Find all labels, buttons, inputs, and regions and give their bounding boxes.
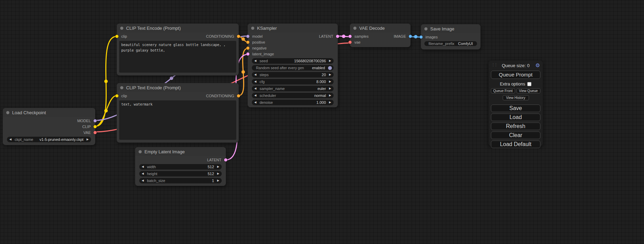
- increment-arrow-icon[interactable]: ▶: [217, 172, 219, 175]
- collapse-toggle-icon[interactable]: [251, 27, 254, 30]
- negative-prompt-textarea[interactable]: text, watermark: [119, 100, 236, 140]
- random-seed-toggle-widget[interactable]: Random seed after every gen enabled: [252, 65, 334, 71]
- wire-negative-conditioning-to-ksampler: [239, 48, 248, 96]
- decrement-arrow-icon[interactable]: ◀: [9, 138, 11, 141]
- batch-size-widget[interactable]: ◀ batch_size 1 ▶: [139, 178, 222, 183]
- collapse-toggle-icon[interactable]: [424, 27, 427, 30]
- decrement-arrow-icon[interactable]: ◀: [142, 179, 144, 182]
- node-title: Empty Latent Image: [144, 149, 185, 154]
- graph-canvas[interactable]: Load Checkpoint MODEL CLIP VAE ◀ ckpt_na…: [0, 0, 644, 244]
- model-input-port[interactable]: [246, 35, 249, 38]
- increment-arrow-icon[interactable]: ▶: [217, 179, 219, 182]
- node-empty-latent-image[interactable]: Empty Latent Image LATENT ◀ width 512 ▶ …: [135, 147, 226, 186]
- negative-input-port[interactable]: [246, 46, 249, 49]
- toggle-knob-icon[interactable]: [328, 66, 332, 70]
- increment-arrow-icon[interactable]: ▶: [329, 73, 331, 76]
- node-title-bar[interactable]: CLIP Text Encode (Prompt): [117, 83, 239, 92]
- model-output-port[interactable]: [94, 119, 97, 122]
- collapse-toggle-icon[interactable]: [120, 27, 123, 30]
- extra-options-row: Extra options: [491, 82, 540, 87]
- decrement-arrow-icon[interactable]: ◀: [254, 60, 256, 62]
- increment-arrow-icon[interactable]: ▶: [217, 165, 219, 168]
- node-title: CLIP Text Encode (Prompt): [126, 26, 181, 31]
- decrement-arrow-icon[interactable]: ◀: [254, 94, 256, 97]
- image-output-port[interactable]: [409, 35, 412, 38]
- drag-handle-icon[interactable]: ⋮⋮: [491, 63, 497, 67]
- node-vae-decode[interactable]: VAE Decode samples IMAGE vae: [350, 24, 411, 47]
- view-history-button[interactable]: View History: [503, 95, 529, 100]
- latent-image-input-port[interactable]: [246, 52, 249, 55]
- increment-arrow-icon[interactable]: ▶: [329, 101, 331, 104]
- link-midpoint-dot: [414, 35, 417, 38]
- slot-row: MODEL: [3, 118, 95, 124]
- images-input-port[interactable]: [420, 35, 423, 38]
- clip-output-port[interactable]: [94, 125, 97, 128]
- samples-input-port[interactable]: [349, 35, 352, 38]
- queue-front-button[interactable]: Queue Front: [491, 88, 515, 93]
- negative-input-label: negative: [252, 46, 267, 50]
- clear-button[interactable]: Clear: [491, 132, 540, 139]
- node-title-bar[interactable]: CLIP Text Encode (Prompt): [117, 24, 239, 33]
- collapse-toggle-icon[interactable]: [120, 86, 123, 89]
- clip-input-port[interactable]: [115, 35, 118, 38]
- positive-input-port[interactable]: [246, 40, 249, 44]
- sampler-name-widget[interactable]: ◀ sampler_name euler ▶: [252, 86, 334, 91]
- node-title-bar[interactable]: VAE Decode: [350, 24, 411, 33]
- collapse-toggle-icon[interactable]: [353, 27, 356, 30]
- latent-output-port[interactable]: [336, 35, 339, 38]
- ckpt-name-widget[interactable]: ◀ ckpt_name v1-5-pruned-emaonly.ckpt ▶: [7, 137, 91, 142]
- node-ksampler[interactable]: KSampler model LATENT positive negative …: [248, 24, 338, 107]
- denoise-widget[interactable]: ◀ denoise 1.000 ▶: [252, 100, 334, 105]
- width-widget[interactable]: ◀ width 512 ▶: [139, 164, 222, 170]
- refresh-button[interactable]: Refresh: [491, 123, 540, 130]
- link-midpoint-dot: [241, 37, 245, 41]
- node-title: Save Image: [430, 26, 454, 31]
- node-save-image[interactable]: Save Image images filename_prefix ComfyU…: [421, 24, 480, 49]
- node-clip-text-encode-negative[interactable]: CLIP Text Encode (Prompt) clip CONDITION…: [117, 83, 239, 143]
- increment-arrow-icon[interactable]: ▶: [329, 94, 331, 97]
- node-clip-text-encode-positive[interactable]: CLIP Text Encode (Prompt) clip CONDITION…: [117, 24, 239, 75]
- decrement-arrow-icon[interactable]: ◀: [142, 165, 144, 168]
- increment-arrow-icon[interactable]: ▶: [329, 60, 331, 62]
- extra-options-checkbox[interactable]: [527, 82, 531, 86]
- height-widget[interactable]: ◀ height 512 ▶: [139, 171, 222, 177]
- queue-prompt-button[interactable]: Queue Prompt: [491, 71, 540, 79]
- scheduler-widget[interactable]: ◀ scheduler normal ▶: [252, 93, 334, 98]
- load-button[interactable]: Load: [491, 114, 540, 121]
- seed-widget[interactable]: ◀ seed 156680208700286 ▶: [252, 58, 334, 64]
- steps-widget[interactable]: ◀ steps 20 ▶: [252, 72, 334, 78]
- decrement-arrow-icon[interactable]: ◀: [254, 87, 256, 90]
- increment-arrow-icon[interactable]: ▶: [329, 87, 331, 90]
- collapse-toggle-icon[interactable]: [139, 150, 142, 153]
- increment-arrow-icon[interactable]: ▶: [87, 138, 89, 141]
- load-default-button[interactable]: Load Default: [491, 141, 540, 148]
- filename-prefix-widget[interactable]: filename_prefix ComfyUI: [424, 41, 477, 46]
- clip-input-port[interactable]: [115, 94, 118, 97]
- node-body: MODEL CLIP VAE ◀ ckpt_name v1-5-pruned-e…: [3, 117, 95, 142]
- save-button[interactable]: Save: [491, 105, 540, 112]
- latent-output-port[interactable]: [224, 158, 227, 161]
- vae-input-port[interactable]: [349, 40, 352, 44]
- vae-output-port[interactable]: [94, 131, 97, 134]
- view-queue-button[interactable]: View Queue: [517, 88, 541, 93]
- slot-row: clip CONDITIONING: [117, 33, 239, 39]
- conditioning-output-port[interactable]: [237, 94, 240, 97]
- cfg-widget[interactable]: ◀ cfg 8.000 ▶: [252, 79, 334, 84]
- decrement-arrow-icon[interactable]: ◀: [254, 101, 256, 104]
- increment-arrow-icon[interactable]: ▶: [329, 80, 331, 83]
- conditioning-output-port[interactable]: [237, 35, 240, 38]
- node-load-checkpoint[interactable]: Load Checkpoint MODEL CLIP VAE ◀ ckpt_na…: [3, 108, 95, 145]
- widget-value: ComfyUI: [458, 42, 473, 46]
- widget-label: ckpt_name: [15, 137, 33, 142]
- node-title-bar[interactable]: Load Checkpoint: [3, 108, 95, 117]
- node-title-bar[interactable]: Save Image: [421, 24, 480, 33]
- decrement-arrow-icon[interactable]: ◀: [254, 73, 256, 76]
- positive-prompt-textarea[interactable]: beautiful scenery nature glass bottle la…: [119, 41, 236, 73]
- settings-gear-icon[interactable]: ⚙: [536, 62, 540, 69]
- node-title-bar[interactable]: KSampler: [248, 24, 338, 33]
- node-title-bar[interactable]: Empty Latent Image: [135, 147, 226, 156]
- collapse-toggle-icon[interactable]: [6, 111, 9, 114]
- decrement-arrow-icon[interactable]: ◀: [142, 172, 144, 175]
- widget-value: 8.000: [316, 80, 326, 84]
- decrement-arrow-icon[interactable]: ◀: [254, 80, 256, 83]
